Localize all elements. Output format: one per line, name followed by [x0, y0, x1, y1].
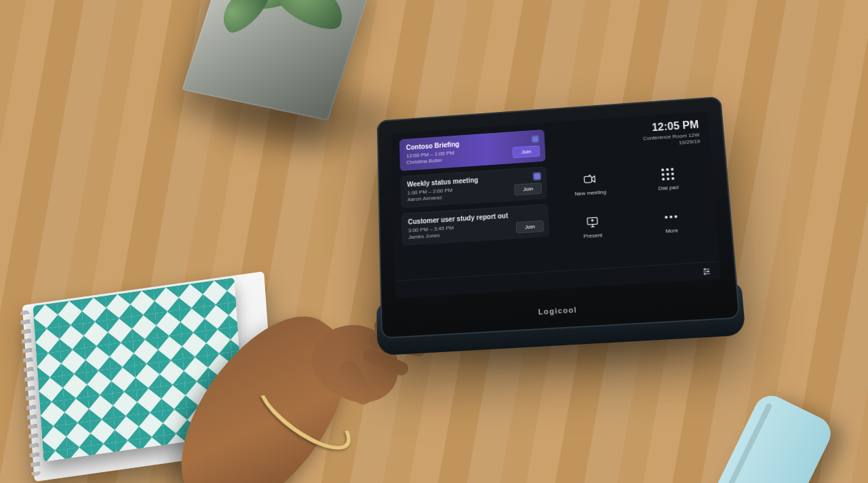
dialpad-icon — [659, 166, 675, 182]
action-tiles: New meeting Dial pad Prese — [554, 157, 708, 249]
present-icon — [584, 214, 599, 230]
dial-pad-button[interactable]: Dial pad — [631, 157, 705, 201]
room-controller-device: Logicool Contoso Briefing 12:00 PM – 1:0… — [377, 96, 741, 339]
svg-point-3 — [707, 270, 709, 271]
tile-label: More — [665, 227, 678, 234]
teams-icon — [531, 135, 539, 143]
meeting-card-current[interactable]: Contoso Briefing 12:00 PM – 1:00 PM Chri… — [399, 130, 546, 171]
new-meeting-button[interactable]: New meeting — [554, 162, 626, 206]
tile-label: Dial pad — [658, 185, 679, 192]
meeting-list: Contoso Briefing 12:00 PM – 1:00 PM Chri… — [391, 123, 555, 281]
notebook-teal — [33, 277, 245, 462]
device-brand: Logicool — [380, 296, 738, 325]
join-button[interactable]: Join — [513, 145, 540, 158]
tile-label: Present — [583, 232, 602, 239]
teams-icon — [533, 172, 541, 180]
video-icon — [582, 172, 597, 187]
more-button[interactable]: More — [634, 199, 708, 244]
meeting-card[interactable]: Customer user study report out 3:00 PM –… — [401, 204, 550, 246]
join-button[interactable]: Join — [514, 182, 542, 195]
tile-label: New meeting — [574, 189, 606, 197]
join-button[interactable]: Join — [516, 220, 544, 233]
svg-rect-0 — [584, 176, 591, 183]
svg-point-2 — [704, 268, 705, 269]
present-button[interactable]: Present — [556, 204, 629, 249]
meeting-card[interactable]: Weekly status meeting 1:00 PM – 2:00 PM … — [400, 166, 547, 208]
more-icon — [663, 209, 679, 225]
room-controller-screen: Contoso Briefing 12:00 PM – 1:00 PM Chri… — [391, 112, 721, 298]
svg-point-4 — [704, 273, 705, 274]
settings-icon[interactable] — [701, 265, 713, 277]
smartphone — [710, 390, 837, 483]
